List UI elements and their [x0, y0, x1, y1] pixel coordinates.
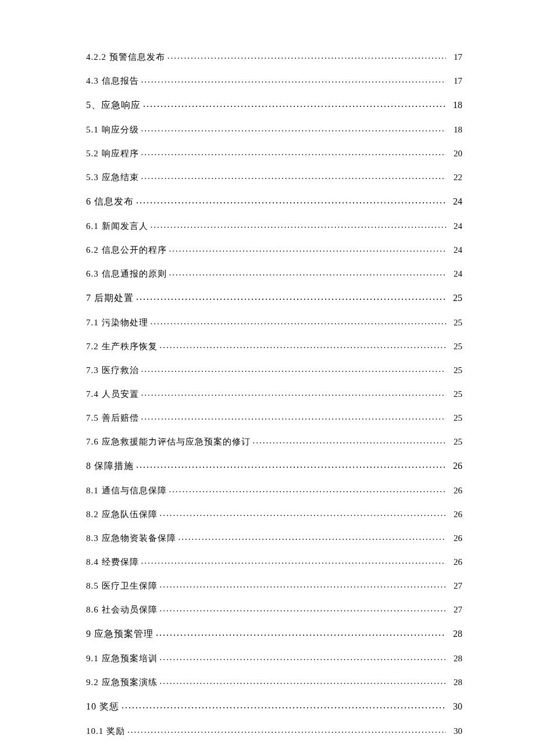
toc-entry: 8.6 社会动员保障 27 — [86, 604, 462, 615]
toc-leader-dots — [139, 388, 449, 397]
toc-label: 8.2 应急队伍保障 — [86, 509, 158, 520]
toc-label: 8.6 社会动员保障 — [86, 604, 158, 615]
toc-page-number: 17 — [448, 52, 462, 62]
toc-entry: 5、应急响应 18 — [86, 99, 462, 112]
toc-page-number: 18 — [448, 125, 462, 135]
toc-label: 7.4 人员安置 — [86, 389, 139, 400]
toc-page-number: 25 — [448, 389, 462, 399]
toc-leader-dots — [119, 700, 448, 710]
toc-page-number: 28 — [448, 678, 462, 687]
toc-label: 10.1 奖励 — [86, 726, 125, 737]
toc-label: 5.2 响应程序 — [86, 148, 139, 159]
toc-page-number: 30 — [448, 701, 462, 712]
toc-entry: 7.3 医疗救治 25 — [86, 364, 462, 376]
toc-page-number: 25 — [448, 318, 462, 328]
toc-leader-dots — [176, 532, 449, 541]
toc-leader-dots — [148, 220, 449, 229]
toc-leader-dots — [154, 628, 448, 637]
toc-entry: 8.2 应急队伍保障 26 — [86, 508, 462, 520]
toc-page-number: 20 — [448, 149, 462, 159]
toc-page-number: 30 — [448, 726, 462, 736]
toc-label: 5.1 响应分级 — [86, 124, 139, 135]
toc-label: 9.2 应急预案演练 — [86, 677, 158, 688]
toc-page-number: 26 — [448, 533, 462, 543]
toc-leader-dots — [139, 556, 449, 565]
toc-label: 4.3 信息报告 — [86, 76, 139, 87]
toc-page-number: 24 — [448, 196, 462, 207]
toc-entry: 9 应急预案管理 28 — [86, 628, 462, 640]
toc-label: 7.5 善后赔偿 — [86, 413, 139, 424]
toc-entry: 4.3 信息报告 17 — [86, 75, 462, 87]
toc-label: 7 后期处置 — [86, 292, 134, 304]
toc-leader-dots — [139, 412, 449, 421]
toc-leader-dots — [158, 580, 449, 589]
table-of-contents: 4.2.2 预警信息发布 17 4.3 信息报告 17 5、应急响应 18 5.… — [86, 51, 462, 737]
toc-page-number: 25 — [448, 413, 462, 423]
toc-leader-dots — [134, 195, 448, 205]
toc-page-number: 26 — [448, 557, 462, 567]
toc-leader-dots — [158, 341, 449, 349]
toc-entry: 5.2 响应程序 20 — [86, 148, 462, 159]
toc-label: 6.1 新闻发言人 — [86, 221, 148, 232]
toc-page-number: 18 — [448, 100, 462, 110]
toc-leader-dots — [139, 171, 449, 180]
toc-leader-dots — [167, 485, 449, 493]
toc-entry: 8.3 应急物资装备保障 26 — [86, 532, 462, 544]
toc-page-number: 25 — [448, 437, 462, 447]
toc-leader-dots — [158, 676, 449, 685]
toc-label: 7.2 生产秩序恢复 — [86, 341, 158, 352]
toc-entry: 7.4 人员安置 25 — [86, 388, 462, 400]
toc-label: 8.3 应急物资装备保障 — [86, 533, 176, 544]
toc-label: 8 保障措施 — [86, 460, 134, 472]
toc-entry: 8.1 通信与信息保障 26 — [86, 485, 462, 496]
toc-leader-dots — [139, 75, 449, 84]
toc-label: 7.3 医疗救治 — [86, 365, 139, 376]
toc-entry: 7.5 善后赔偿 25 — [86, 412, 462, 424]
toc-label: 5.3 应急结束 — [86, 172, 139, 183]
toc-leader-dots — [158, 604, 449, 612]
toc-leader-dots — [139, 364, 449, 373]
toc-label: 7.1 污染物处理 — [86, 317, 148, 328]
toc-page-number: 25 — [448, 366, 462, 375]
toc-entry: 8 保障措施 26 — [86, 460, 462, 472]
toc-entry: 4.2.2 预警信息发布 17 — [86, 51, 462, 63]
toc-label: 8.4 经费保障 — [86, 557, 139, 568]
toc-entry: 5.3 应急结束 22 — [86, 171, 462, 183]
toc-label: 5、应急响应 — [86, 99, 141, 112]
toc-label: 6.3 信息通报的原则 — [86, 268, 167, 280]
toc-page-number: 25 — [448, 342, 462, 352]
toc-label: 7.6 应急救援能力评估与应急预案的修订 — [86, 436, 251, 447]
toc-entry: 6 信息发布 24 — [86, 195, 462, 208]
toc-page-number: 26 — [448, 461, 462, 471]
toc-entry: 7.1 污染物处理 25 — [86, 317, 462, 328]
toc-leader-dots — [167, 268, 449, 277]
toc-leader-dots — [139, 148, 449, 156]
toc-entry: 9.2 应急预案演练 28 — [86, 676, 462, 688]
toc-entry: 7.2 生产秩序恢复 25 — [86, 341, 462, 352]
toc-entry: 7.6 应急救援能力评估与应急预案的修订 25 — [86, 436, 462, 447]
toc-entry: 8.5 医疗卫生保障 27 — [86, 580, 462, 592]
toc-label: 4.2.2 预警信息发布 — [86, 52, 165, 63]
toc-page-number: 27 — [448, 581, 462, 591]
toc-leader-dots — [141, 99, 448, 108]
toc-label: 9.1 应急预案培训 — [86, 653, 158, 664]
toc-label: 8.5 医疗卫生保障 — [86, 581, 158, 592]
toc-leader-dots — [134, 460, 448, 469]
toc-label: 8.1 通信与信息保障 — [86, 485, 167, 496]
toc-label: 10 奖惩 — [86, 701, 119, 713]
toc-page-number: 24 — [448, 269, 462, 279]
toc-page-number: 28 — [448, 654, 462, 664]
toc-entry: 5.1 响应分级 18 — [86, 124, 462, 135]
toc-leader-dots — [148, 317, 449, 325]
toc-leader-dots — [167, 244, 449, 253]
toc-entry: 6.1 新闻发言人 24 — [86, 220, 462, 232]
toc-entry: 10.1 奖励 30 — [86, 725, 462, 737]
toc-page-number: 28 — [448, 629, 462, 639]
toc-label: 6.2 信息公开的程序 — [86, 245, 167, 256]
toc-leader-dots — [139, 124, 449, 132]
toc-entry: 6.2 信息公开的程序 24 — [86, 244, 462, 256]
toc-leader-dots — [251, 436, 449, 445]
toc-page-number: 24 — [448, 221, 462, 231]
toc-leader-dots — [165, 51, 448, 60]
toc-page-number: 17 — [448, 76, 462, 86]
